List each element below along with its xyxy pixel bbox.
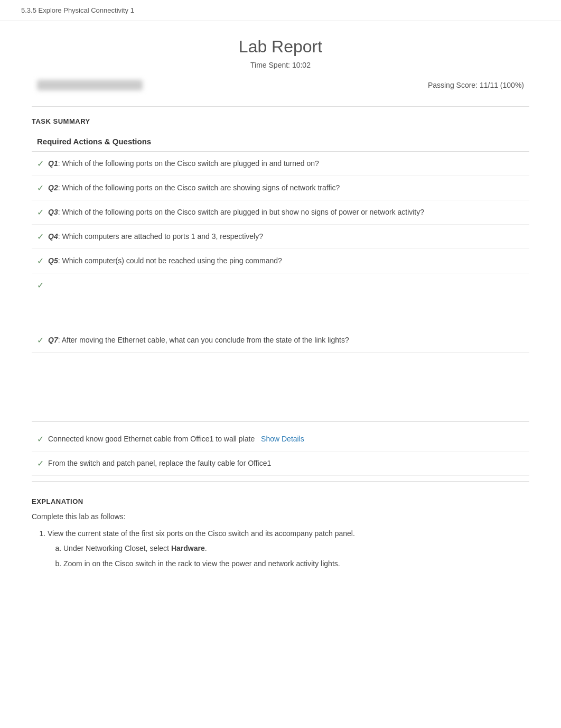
task-text-action2: From the switch and patch panel, replace… [48,458,271,469]
task-text-q2: Q2: Which of the following ports on the … [48,182,340,193]
task-text-q4: Q4: Which computers are attached to port… [48,231,263,242]
task-text-action1: Connected know good Ethernet cable from … [48,434,304,445]
check-icon-q2: ✓ [37,183,44,193]
check-icon-q7: ✓ [37,335,44,345]
passing-score-value: 11/11 (100%) [480,81,524,89]
explanation-step-1: View the current state of the first six … [48,528,529,570]
score-row: Passing Score: 11/11 (100%) [32,80,529,90]
passing-score-label: Passing Score: [428,81,478,89]
task-item-q7: ✓ Q7: After moving the Ethernet cable, w… [32,328,529,353]
empty-space-3 [32,384,529,416]
empty-space-2 [32,353,529,384]
explanation-substeps-1: Under Networking Closet, select Hardware… [63,542,529,571]
task-text-q3: Q3: Which of the following ports on the … [48,207,424,218]
task-item-q6: ✓ [32,273,529,297]
explanation-substep-1b-text: Zoom in on the Cisco switch in the rack … [63,559,340,568]
task-text-q5: Q5: Which computer(s) could not be reach… [48,255,282,266]
task-item-q5: ✓ Q5: Which computer(s) could not be rea… [32,249,529,273]
passing-score: Passing Score: 11/11 (100%) [428,81,524,89]
main-content: Lab Report Time Spent: 10:02 Passing Sco… [0,21,561,595]
task-item-action2: ✓ From the switch and patch panel, repla… [32,451,529,476]
time-spent: Time Spent: 10:02 [32,61,529,69]
breadcrumb: 5.3.5 Explore Physical Connectivity 1 [0,0,561,21]
time-spent-label: Time Spent: [250,61,290,69]
check-icon-q3: ✓ [37,207,44,217]
empty-space-1 [32,297,529,328]
task-summary-header: TASK SUMMARY [32,117,529,125]
divider-3 [32,481,529,482]
check-icon-q5: ✓ [37,256,44,266]
divider-1 [32,106,529,107]
explanation-steps: View the current state of the first six … [48,528,529,570]
check-icon-q4: ✓ [37,232,44,242]
explanation-text: Complete this lab as follows: View the c… [32,511,529,570]
check-icon-q6: ✓ [37,280,44,290]
task-item-q2: ✓ Q2: Which of the following ports on th… [32,176,529,200]
task-item-action1: ✓ Connected know good Ethernet cable fro… [32,427,529,451]
check-icon-action1: ✓ [37,434,44,444]
task-text-q1: Q1: Which of the following ports on the … [48,158,319,169]
explanation-step-1-main: View the current state of the first six … [48,529,355,538]
explanation-substep-1b: Zoom in on the Cisco switch in the rack … [63,558,529,570]
required-actions-header: Required Actions & Questions [32,132,529,152]
check-icon-q1: ✓ [37,159,44,169]
divider-2 [32,421,529,422]
time-spent-value: 10:02 [292,61,311,69]
task-item-q3: ✓ Q3: Which of the following ports on th… [32,200,529,225]
explanation-intro: Complete this lab as follows: [32,511,529,523]
hardware-bold: Hardware [171,544,205,552]
page-title: Lab Report [32,37,529,57]
check-icon-action2: ✓ [37,458,44,468]
user-info-blurred [37,80,143,90]
explanation-header: EXPLANATION [32,497,529,505]
task-item-q4: ✓ Q4: Which computers are attached to po… [32,225,529,249]
explanation-substep-1a: Under Networking Closet, select Hardware… [63,542,529,555]
breadcrumb-label: 5.3.5 Explore Physical Connectivity 1 [21,6,134,14]
task-item-q1: ✓ Q1: Which of the following ports on th… [32,152,529,176]
task-text-q7: Q7: After moving the Ethernet cable, wha… [48,335,349,346]
show-details-link[interactable]: Show Details [261,435,304,443]
